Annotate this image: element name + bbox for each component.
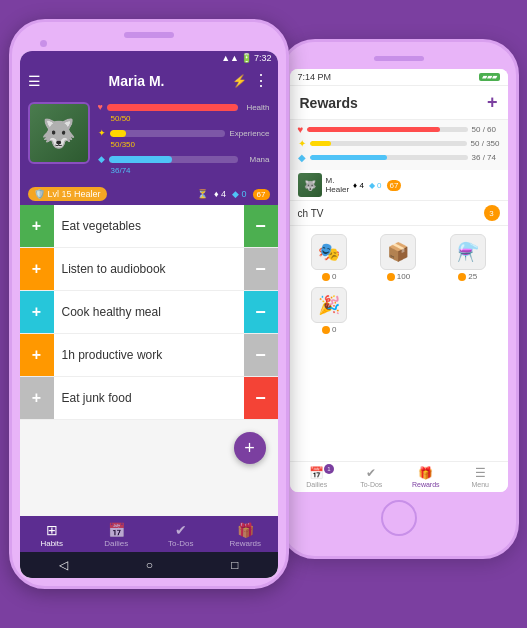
habit-minus-work[interactable]: − — [244, 334, 278, 376]
health-label: Health — [242, 103, 270, 112]
r-nav-dailies[interactable]: 📅 Dailies 1 — [290, 466, 345, 488]
r-gold-badge: 67 — [387, 180, 402, 191]
r-health-value: 50 / 60 — [472, 125, 500, 134]
reward-coins-2: 100 — [387, 272, 410, 281]
r-exp-stat: ✦ 50 / 350 — [298, 138, 500, 149]
reward-item-4[interactable]: 🎉 0 — [298, 287, 361, 334]
right-gems: ♦ 4 ◆ 0 67 — [353, 180, 401, 191]
r-exp-bar-bg — [310, 141, 467, 146]
habit-minus-vegetables[interactable]: − — [244, 205, 278, 247]
r-nav-todos[interactable]: ✔ To-Dos — [344, 466, 399, 488]
habit-label-work: 1h productive work — [54, 348, 244, 362]
mana-icon: ◆ — [98, 154, 105, 164]
camera — [40, 40, 47, 47]
reward-icon-3: ⚗️ — [450, 234, 486, 270]
habit-plus-audiobook[interactable]: + — [20, 248, 54, 290]
filter-icon[interactable]: ⚡ — [232, 74, 247, 88]
right-status-bar: 7:14 PM ▰▰▰ — [290, 69, 508, 86]
status-bar-left: ▲▲ 🔋 7:32 — [20, 51, 278, 65]
r-exp-value: 50 / 350 — [471, 139, 500, 148]
more-icon[interactable]: ⋮ — [253, 71, 269, 90]
watch-tv-item[interactable]: ch TV 3 — [290, 201, 508, 226]
coin-icon-2 — [387, 273, 395, 281]
r-health-icon: ♥ — [298, 124, 304, 135]
right-battery-icon: ▰▰▰ — [479, 73, 500, 81]
habit-plus-cook[interactable]: + — [20, 291, 54, 333]
app-title: Maria M. — [108, 73, 164, 89]
reward-coins-1: 0 — [322, 272, 336, 281]
phone-right: 7:14 PM ▰▰▰ Rewards + ♥ 50 / 60 — [279, 39, 519, 559]
r-exp-bar-fill — [310, 141, 332, 146]
r-dailies-badge: 1 — [324, 464, 334, 474]
fab-button[interactable]: + — [234, 432, 266, 464]
r-nav-rewards[interactable]: 🎁 Rewards — [399, 466, 454, 488]
right-stats: ♥ 50 / 60 ✦ 50 / 350 — [290, 120, 508, 170]
left-phone-top — [20, 40, 278, 47]
iphone-home-button[interactable] — [381, 500, 417, 536]
coin-icon-4 — [322, 326, 330, 334]
exp-label: Experience — [229, 129, 269, 138]
rewards-header: Rewards + — [290, 86, 508, 120]
reward-item-1[interactable]: 🎭 0 — [298, 234, 361, 281]
reward-item-2[interactable]: 📦 100 — [367, 234, 430, 281]
r-todos-label: To-Dos — [360, 481, 382, 488]
rewards-add-button[interactable]: + — [487, 92, 498, 113]
habit-item-work[interactable]: + 1h productive work − — [20, 334, 278, 377]
habits-list: + Eat vegetables − + Listen to audiobook… — [20, 205, 278, 516]
status-icons: ▲▲ 🔋 7:32 — [221, 53, 271, 63]
habit-plus-junk[interactable]: + — [20, 377, 54, 419]
r-dailies-label: Dailies — [306, 481, 327, 488]
right-char-info: M. Healer — [326, 176, 350, 194]
habit-item-audiobook[interactable]: + Listen to audiobook − — [20, 248, 278, 291]
exp-icon: ✦ — [98, 128, 106, 138]
r-health-stat: ♥ 50 / 60 — [298, 124, 500, 135]
habit-item-vegetables[interactable]: + Eat vegetables − — [20, 205, 278, 248]
r-nav-menu[interactable]: ☰ Menu — [453, 466, 508, 488]
r-diamond-count: ♦ 4 — [353, 181, 364, 190]
rewards-label: Rewards — [229, 539, 261, 548]
reward-item-3[interactable]: ⚗️ 25 — [436, 234, 499, 281]
nav-dailies[interactable]: 📅 Dailies — [84, 520, 149, 550]
back-button[interactable]: ◁ — [59, 558, 68, 572]
left-speaker — [124, 32, 174, 38]
android-nav: ◁ ○ □ — [20, 552, 278, 578]
nav-rewards[interactable]: 🎁 Rewards — [213, 520, 278, 550]
r-mana-stat: ◆ 36 / 74 — [298, 152, 500, 163]
right-screen: 7:14 PM ▰▰▰ Rewards + ♥ 50 / 60 — [290, 69, 508, 492]
habit-plus-work[interactable]: + — [20, 334, 54, 376]
habits-label: Habits — [40, 539, 63, 548]
r-dailies-icon: 📅 — [309, 466, 324, 480]
r-mana-value: 36 / 74 — [472, 153, 500, 162]
home-button[interactable]: ○ — [146, 558, 153, 572]
habit-plus-vegetables[interactable]: + — [20, 205, 54, 247]
app-header: ☰ Maria M. ⚡ ⋮ — [20, 65, 278, 96]
nav-todos[interactable]: ✔ To-Dos — [149, 520, 214, 550]
reward-icon-4: 🎉 — [311, 287, 347, 323]
time-display: 7:32 — [254, 53, 272, 63]
dailies-label: Dailies — [104, 539, 128, 548]
mana-stat: ◆ Mana — [98, 154, 270, 164]
r-mana-bar-fill — [310, 155, 387, 160]
habit-item-cook[interactable]: + Cook healthy meal − — [20, 291, 278, 334]
habit-minus-audiobook[interactable]: − — [244, 248, 278, 290]
watch-tv-badge: 3 — [484, 205, 500, 221]
right-bottom-nav: 📅 Dailies 1 ✔ To-Dos 🎁 Rewards ☰ Menu — [290, 461, 508, 492]
habits-icon: ⊞ — [46, 522, 58, 538]
level-bar: 🛡️ Lvl 15 Healer ⏳ ♦ 4 ◆ 0 67 — [20, 183, 278, 205]
character-avatar: 🐺 — [28, 102, 90, 164]
bottom-nav: ⊞ Habits 📅 Dailies ✔ To-Dos 🎁 Rewards — [20, 516, 278, 552]
recent-button[interactable]: □ — [231, 558, 238, 572]
gem-count: ◆ 0 — [232, 189, 247, 199]
habit-minus-junk[interactable]: − — [244, 377, 278, 419]
r-health-bar-bg — [307, 127, 467, 132]
habit-item-junk[interactable]: + Eat junk food − — [20, 377, 278, 420]
health-value: 50/50 — [111, 114, 270, 123]
nav-habits[interactable]: ⊞ Habits — [20, 520, 85, 550]
level-gems: ⏳ ♦ 4 ◆ 0 67 — [197, 189, 270, 200]
habit-minus-cook[interactable]: − — [244, 291, 278, 333]
menu-icon[interactable]: ☰ — [28, 73, 41, 89]
rewards-grid: 🎭 0 📦 100 ⚗️ — [290, 226, 508, 342]
character-card: 🐺 ♥ Health 50/50 ✦ — [20, 96, 278, 183]
mana-bar-bg — [109, 156, 238, 163]
r-exp-icon: ✦ — [298, 138, 306, 149]
